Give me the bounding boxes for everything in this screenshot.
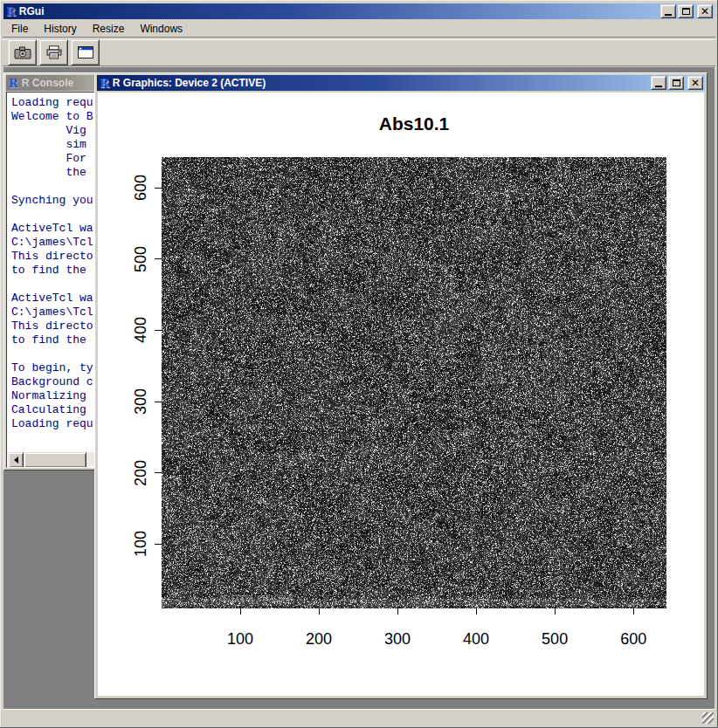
- y-axis-tick: [155, 544, 162, 545]
- console-line: [11, 347, 93, 361]
- console-line: [11, 180, 93, 194]
- main-window-controls: ✕: [659, 4, 713, 18]
- camera-icon: [14, 46, 31, 59]
- snapshot-button[interactable]: [8, 39, 37, 65]
- graphics-titlebar[interactable]: R R Graphics: Device 2 (ACTIVE) ✕: [97, 75, 705, 91]
- arrow-left-icon: [14, 457, 18, 464]
- x-axis-tick: [476, 608, 477, 615]
- console-hscrollbar: [8, 452, 100, 466]
- toolbar: [3, 39, 715, 65]
- menubar: File History Resize Windows: [3, 21, 715, 37]
- minimize-icon: [665, 14, 672, 16]
- console-line: Loading requ: [11, 417, 93, 431]
- console-line: C:\james\Tcl: [11, 236, 93, 250]
- graphics-window-controls: ✕: [649, 76, 703, 90]
- minimize-icon: [655, 86, 662, 87]
- r-graphics-window: R R Graphics: Device 2 (ACTIVE) ✕ Abs10.…: [94, 72, 708, 699]
- close-icon: ✕: [691, 79, 700, 87]
- x-axis-tick-label: 200: [293, 629, 345, 649]
- console-line: to find the: [11, 333, 93, 347]
- console-line: [11, 208, 93, 222]
- scrollbar-thumb[interactable]: [24, 452, 86, 468]
- graphics-close-button[interactable]: ✕: [687, 76, 703, 90]
- console-line: Vig: [11, 124, 93, 138]
- menu-history[interactable]: History: [36, 21, 84, 37]
- menu-file[interactable]: File: [3, 21, 36, 37]
- y-axis-tick: [155, 330, 162, 331]
- console-line: This directo: [11, 250, 93, 264]
- y-axis-tick-label: 300: [131, 375, 150, 428]
- maximize-icon: [673, 79, 680, 86]
- console-line: This directo: [11, 319, 93, 333]
- y-axis-tick: [155, 188, 162, 189]
- minimize-button[interactable]: [660, 4, 676, 18]
- x-axis-tick-label: 300: [371, 629, 424, 649]
- console-line: Background c: [11, 375, 93, 389]
- console-line: the: [11, 166, 93, 180]
- window-icon: [78, 46, 93, 58]
- console-titlebar[interactable]: R R Console: [6, 75, 102, 91]
- x-axis-tick: [555, 608, 556, 615]
- maximize-icon: [682, 8, 690, 15]
- console-line: Welcome to B: [11, 110, 93, 124]
- maximize-button[interactable]: [678, 4, 694, 18]
- menu-windows[interactable]: Windows: [132, 21, 190, 37]
- console-line: To begin, ty: [11, 361, 93, 375]
- y-axis-tick: [155, 258, 162, 259]
- x-axis-tick-label: 600: [607, 629, 659, 649]
- console-line: ActiveTcl wa: [11, 292, 93, 306]
- print-button[interactable]: [39, 39, 68, 65]
- y-axis-tick: [155, 402, 162, 402]
- y-axis-tick-label: 400: [131, 304, 150, 356]
- y-axis-tick-label: 100: [131, 518, 150, 570]
- graphics-client: Abs10.1 10020030040050060010020030040050…: [97, 92, 705, 697]
- console-line: Calculating: [11, 403, 93, 417]
- plot-title: Abs10.1: [162, 113, 666, 134]
- y-axis-tick-label: 500: [131, 233, 150, 285]
- console-line: For: [11, 152, 93, 166]
- x-axis-tick-label: 500: [528, 629, 581, 649]
- r-graphics-icon: R: [100, 77, 109, 90]
- microarray-scan-image: [162, 157, 666, 608]
- y-axis-tick-label: 200: [131, 447, 150, 499]
- x-axis-tick: [633, 608, 634, 615]
- x-axis-tick: [319, 608, 320, 615]
- main-window-title: RGui: [19, 5, 659, 17]
- close-button[interactable]: ✕: [697, 4, 713, 18]
- console-line: sim: [11, 138, 93, 152]
- status-bar: [3, 709, 715, 725]
- y-axis-tick-label: 600: [131, 161, 150, 214]
- menu-resize[interactable]: Resize: [85, 21, 133, 37]
- y-axis-tick: [155, 472, 162, 473]
- plot-area: Abs10.1 10020030040050060010020030040050…: [98, 93, 704, 696]
- x-axis-tick-label: 400: [450, 629, 502, 649]
- printer-icon: [45, 45, 63, 59]
- console-line: C:\james\Tcl: [11, 306, 93, 319]
- console-window-button[interactable]: [71, 39, 100, 65]
- r-console-icon: R: [9, 77, 18, 90]
- rgui-main-window: R RGui ✕ File History Resize Windows: [0, 0, 718, 728]
- graphics-maximize-button[interactable]: [668, 76, 684, 90]
- r-logo-icon: R: [6, 5, 16, 18]
- x-axis-tick-label: 100: [214, 629, 266, 649]
- console-line: [11, 278, 93, 292]
- console-line: Synching you: [11, 194, 93, 208]
- console-line: Loading requ: [11, 96, 93, 110]
- mdi-client-area: R R Console Loading requWelcome to B Vig…: [3, 67, 715, 708]
- r-console-window: R R Console Loading requWelcome to B Vig…: [3, 72, 105, 470]
- console-line: Normalizing: [11, 389, 93, 403]
- resize-grip[interactable]: [702, 712, 714, 724]
- console-client[interactable]: Loading requWelcome to B Vig sim For the…: [6, 92, 102, 468]
- console-line: to find the: [11, 264, 93, 278]
- x-axis-tick: [397, 608, 398, 615]
- graphics-title: R Graphics: Device 2 (ACTIVE): [113, 77, 649, 89]
- main-titlebar[interactable]: R RGui ✕: [3, 3, 715, 19]
- console-output: Loading requWelcome to B Vig sim For the…: [11, 96, 93, 431]
- console-line: ActiveTcl wa: [11, 222, 93, 236]
- graphics-minimize-button[interactable]: [651, 76, 666, 90]
- console-title: R Console: [22, 77, 73, 89]
- close-icon: ✕: [701, 7, 709, 16]
- x-axis-tick: [240, 608, 241, 615]
- scroll-left-button[interactable]: [8, 452, 24, 468]
